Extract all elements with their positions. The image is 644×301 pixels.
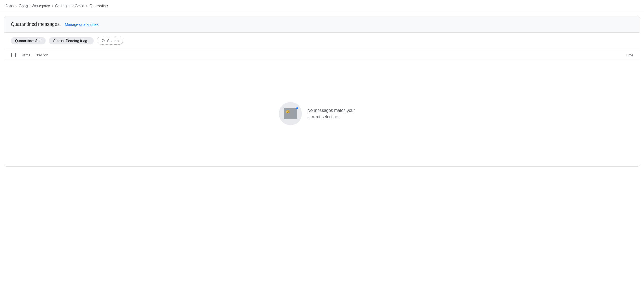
- table-header: Name Direction Time: [4, 49, 640, 61]
- empty-icon-circle: 🙂: [279, 102, 302, 125]
- breadcrumb-sep-3: >: [86, 4, 88, 8]
- col-header-time: Time: [626, 53, 633, 57]
- select-all-checkbox-wrapper[interactable]: [11, 52, 16, 58]
- search-chip[interactable]: Search: [97, 37, 123, 45]
- breadcrumb-settings-gmail[interactable]: Settings for Gmail: [55, 4, 84, 8]
- breadcrumb: Apps > Google Workspace > Settings for G…: [0, 0, 644, 12]
- select-all-checkbox[interactable]: [11, 53, 16, 57]
- page-header: Quarantined messages Manage quarantines: [4, 16, 640, 33]
- breadcrumb-sep-2: >: [52, 4, 54, 8]
- breadcrumb-sep-1: >: [15, 4, 17, 8]
- empty-icon-face: 🙂: [286, 110, 290, 114]
- search-label: Search: [107, 39, 119, 43]
- breadcrumb-apps[interactable]: Apps: [5, 4, 14, 8]
- empty-icon-dot: [296, 107, 298, 109]
- breadcrumb-quarantine: Quarantine: [90, 4, 108, 8]
- page-title: Quarantined messages: [11, 22, 60, 27]
- search-icon: [101, 39, 105, 43]
- svg-point-0: [102, 39, 104, 42]
- col-header-direction: Direction: [35, 53, 48, 57]
- breadcrumb-google-workspace[interactable]: Google Workspace: [19, 4, 50, 8]
- main-container: Quarantined messages Manage quarantines …: [4, 16, 640, 167]
- quarantine-filter-chip[interactable]: Quarantine: ALL: [11, 37, 46, 44]
- col-header-name: Name: [21, 53, 30, 57]
- empty-state-content: 🙂 No messages match your current selecti…: [279, 102, 365, 125]
- empty-state-message: No messages match your current selection…: [307, 107, 365, 120]
- status-filter-chip[interactable]: Status: Pending triage: [49, 37, 94, 44]
- manage-quarantines-link[interactable]: Manage quarantines: [65, 22, 99, 27]
- empty-icon-card: 🙂: [284, 108, 297, 119]
- filter-bar: Quarantine: ALL Status: Pending triage S…: [4, 33, 640, 49]
- empty-state: 🙂 No messages match your current selecti…: [4, 61, 640, 166]
- svg-line-1: [104, 42, 105, 43]
